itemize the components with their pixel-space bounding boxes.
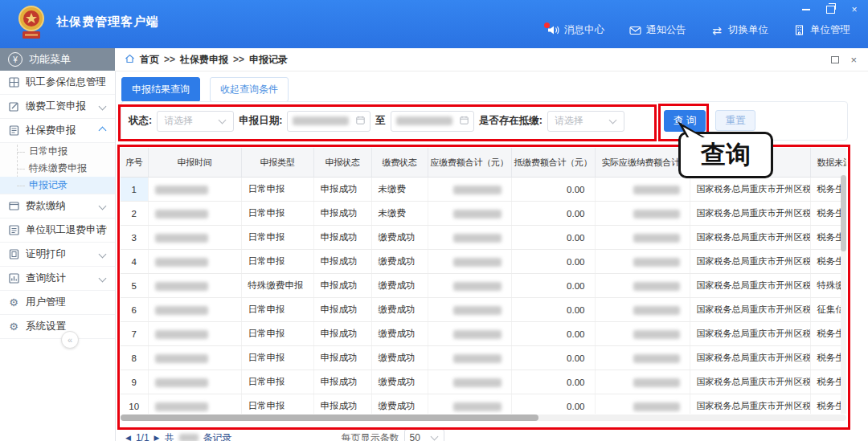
sidebar-item-refund-application-management[interactable]: 单位职工退费申请管理 xyxy=(0,218,115,243)
cell-pay_status: 缴费成功 xyxy=(371,394,428,414)
sidebar-item-wage-declaration[interactable]: 缴费工资申报 xyxy=(0,95,115,119)
window-close-button[interactable]: × xyxy=(849,4,860,15)
cell-pay_status: 缴费成功 xyxy=(371,298,428,322)
table-row[interactable]: 3日常申报申报成功缴费成功0.00国家税务总局重庆市开州区税务局税务生成 xyxy=(121,226,846,250)
declare-date-end-input[interactable] xyxy=(391,111,474,132)
redacted-text xyxy=(155,330,208,339)
cell-total xyxy=(428,202,511,226)
home-icon xyxy=(125,54,135,66)
cell-type: 日常申报 xyxy=(241,394,313,414)
cell-authority: 国家税务总局重庆市开州区税务局 xyxy=(690,250,810,274)
redacted-text xyxy=(633,402,680,411)
sidebar-item-system-settings[interactable]: ⚙ 系统设置 xyxy=(0,315,115,339)
notice-button[interactable]: 通知公告 xyxy=(628,23,686,37)
window-restore-button[interactable] xyxy=(825,4,836,15)
redacted-text xyxy=(633,330,680,339)
panel-close-icon[interactable]: × xyxy=(850,55,857,65)
cell-declare_status: 申报成功 xyxy=(313,394,371,414)
cell-type: 特殊缴费申报 xyxy=(241,274,313,298)
table-row[interactable]: 5特殊缴费申报申报成功缴费成功0.00国家税务总局重庆市开州区税务局特殊缴费 xyxy=(121,274,846,298)
tab-declaration-result-query[interactable]: 申报结果查询 xyxy=(121,77,200,102)
table-row[interactable]: 9日常申报申报成功缴费成功0.00国家税务总局重庆市开州区税务局税务生成 xyxy=(121,370,846,394)
column-header-no: 序号 xyxy=(121,148,148,178)
sidebar-item-fee-payment[interactable]: 费款缴纳 xyxy=(0,194,115,218)
redacted-text xyxy=(155,354,208,363)
status-label: 状态: xyxy=(129,114,152,128)
cell-actual xyxy=(595,322,690,346)
sidebar-submenu: 日常申报 特殊缴费申报 申报记录 xyxy=(0,143,115,194)
sidebar-item-employee-insurance-info[interactable]: 职工参保信息管理 xyxy=(0,71,115,95)
panel-restore-icon[interactable] xyxy=(831,56,839,63)
next-page-icon[interactable]: ▶ xyxy=(154,434,160,441)
message-center-button[interactable]: 消息中心 xyxy=(547,23,604,37)
cell-pay_status: 未缴费 xyxy=(371,202,428,226)
cell-total xyxy=(428,250,511,274)
table-row[interactable]: 1日常申报申报成功未缴费0.00国家税务总局重庆市开州区税务局税务生成 xyxy=(121,178,846,202)
collapse-sidebar-button[interactable]: « xyxy=(61,331,79,349)
cell-authority: 国家税务总局重庆市开州区税务局 xyxy=(690,274,810,298)
table-row[interactable]: 7日常申报申报成功缴费成功0.00国家税务总局重庆市开州区税务局税务生成 xyxy=(121,322,846,346)
cell-authority: 国家税务总局重庆市开州区税务局 xyxy=(690,202,810,226)
vertical-scrollbar-thumb[interactable] xyxy=(841,175,846,251)
notification-badge xyxy=(544,22,550,28)
bar-chart-icon xyxy=(8,273,19,284)
reset-button[interactable]: 重置 xyxy=(715,110,755,131)
breadcrumb-home[interactable]: 首页 xyxy=(140,53,159,67)
sidebar-subitem-declaration-records[interactable]: 申报记录 xyxy=(0,177,115,194)
total-records-suffix: 条记录 xyxy=(203,431,232,441)
cell-declare_status: 申报成功 xyxy=(313,250,371,274)
cell-declare_status: 申报成功 xyxy=(313,274,371,298)
cell-no: 9 xyxy=(121,370,148,394)
cell-total xyxy=(428,394,511,414)
offset-exists-label: 是否存在抵缴: xyxy=(479,114,542,128)
cell-actual xyxy=(595,394,690,414)
swap-icon: ⇄ xyxy=(710,25,723,36)
declare-date-start-input[interactable] xyxy=(287,111,371,132)
status-select[interactable]: 请选择 xyxy=(157,111,234,132)
table-row[interactable]: 10日常申报申报成功缴费成功0.00国家税务总局重庆市开州区税务局税务生成 xyxy=(121,394,846,414)
column-header-time: 申报时间 xyxy=(148,148,241,178)
cell-no: 6 xyxy=(121,298,148,322)
sidebar-item-query-statistics[interactable]: 查询统计 xyxy=(0,267,115,291)
redacted-text xyxy=(633,234,680,243)
gear-icon: ⚙ xyxy=(8,297,19,308)
breadcrumb-social-fee[interactable]: 社保费申报 xyxy=(180,53,228,67)
vertical-scrollbar[interactable] xyxy=(841,175,846,414)
per-page-select[interactable]: 50 xyxy=(404,429,444,441)
horizontal-scrollbar-thumb[interactable] xyxy=(121,414,538,421)
cell-type: 日常申报 xyxy=(241,226,313,250)
declare-date-label: 申报日期: xyxy=(239,114,282,128)
cell-no: 5 xyxy=(121,274,148,298)
sidebar-item-social-fee-declaration[interactable]: 社保费申报 xyxy=(0,119,115,143)
window-minimize-button[interactable] xyxy=(800,4,812,15)
cell-time xyxy=(148,346,241,370)
redacted-text xyxy=(179,434,199,441)
redacted-text xyxy=(453,210,502,218)
cell-actual xyxy=(595,250,690,274)
redacted-text xyxy=(155,234,208,243)
edit-icon xyxy=(8,101,19,112)
sidebar-item-user-management[interactable]: ⚙ 用户管理 xyxy=(0,291,115,315)
chevron-down-icon xyxy=(99,103,107,111)
table-row[interactable]: 4日常申报申报成功缴费成功0.00国家税务总局重庆市开州区税务局税务生成 xyxy=(121,250,846,274)
sidebar-item-certificate-printing[interactable]: 证明打印 xyxy=(0,243,115,267)
cell-time xyxy=(148,178,241,202)
table-row[interactable]: 2日常申报申报成功未缴费0.00国家税务总局重庆市开州区税务局税务生成 xyxy=(121,202,846,226)
sidebar-subitem-daily-declaration[interactable]: 日常申报 xyxy=(0,143,115,160)
cell-type: 日常申报 xyxy=(241,250,313,274)
unit-management-button[interactable]: 单位管理 xyxy=(792,23,850,37)
cell-offset: 0.00 xyxy=(511,370,595,394)
redacted-text xyxy=(633,378,680,387)
offset-exists-select[interactable]: 请选择 xyxy=(547,111,624,132)
page-indicator: 1/1 xyxy=(136,432,149,441)
tab-collapse-query-conditions[interactable]: 收起查询条件 xyxy=(210,77,289,102)
sidebar-subitem-special-payment-declaration[interactable]: 特殊缴费申报 xyxy=(0,160,115,177)
cell-authority: 国家税务总局重庆市开州区税务局 xyxy=(690,394,810,414)
horizontal-scrollbar[interactable] xyxy=(121,414,846,421)
cell-time xyxy=(148,250,241,274)
table-row[interactable]: 6日常申报申报成功缴费成功0.00国家税务总局重庆市开州区税务局征集信息 xyxy=(121,298,846,322)
switch-unit-button[interactable]: ⇄ 切换单位 xyxy=(710,23,768,37)
speaker-icon xyxy=(547,25,559,36)
previous-page-icon[interactable]: ◀ xyxy=(125,434,131,441)
table-row[interactable]: 8日常申报申报成功缴费成功0.00国家税务总局重庆市开州区税务局税务生成 xyxy=(121,346,846,370)
